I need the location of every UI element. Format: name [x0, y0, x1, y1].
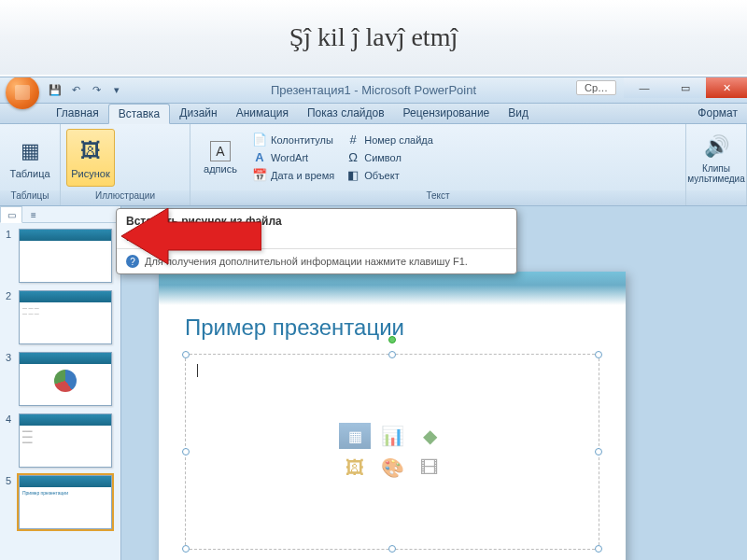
redo-icon[interactable]: ↷: [88, 82, 105, 99]
textbox-button[interactable]: A адпись: [196, 129, 245, 187]
slidenumber-icon: #: [345, 133, 360, 147]
insert-smartart-icon[interactable]: ◆: [414, 423, 445, 449]
thumb-num: 5: [6, 475, 15, 486]
thumb-num: 1: [6, 229, 15, 240]
object-icon: ◧: [345, 168, 360, 183]
placeholder-icons: ▦ 📊 ◆ 🖼 🎨 🎞: [339, 423, 445, 481]
symbol-icon: Ω: [345, 150, 360, 165]
outline-tab-icon[interactable]: ≡: [22, 206, 45, 223]
group-tables: ▦ Таблица Таблицы: [0, 124, 61, 205]
datetime-icon: 📅: [252, 168, 267, 183]
slidenumber-label: Номер слайда: [364, 134, 433, 146]
slidenumber-button[interactable]: #Номер слайда: [342, 132, 437, 148]
maximize-button[interactable]: ▭: [665, 77, 706, 98]
group-tables-label: Таблицы: [0, 190, 60, 205]
ribbon-tabs: Главная Вставка Дизайн Анимация Показ сл…: [0, 104, 747, 124]
media-button[interactable]: 🔊 Клипы мультимедиа: [692, 129, 740, 187]
table-icon: ▦: [15, 136, 45, 166]
tab-animation[interactable]: Анимация: [227, 104, 298, 123]
insert-picture-icon[interactable]: 🖼: [339, 455, 371, 481]
group-media: 🔊 Клипы мультимедиа: [686, 124, 747, 205]
datetime-label: Дата и время: [271, 170, 334, 181]
window-title: Презентация1 - Microsoft PowerPoint: [271, 83, 476, 97]
close-button[interactable]: ✕: [706, 77, 747, 98]
slide-thumb-2[interactable]: — — —— — —: [19, 290, 112, 344]
slide-thumb-3[interactable]: [19, 352, 112, 406]
tab-review[interactable]: Рецензирование: [394, 104, 500, 123]
text-cursor: [197, 364, 198, 377]
group-illustrations-label: Иллюстрации: [61, 190, 190, 205]
office-button[interactable]: [6, 77, 39, 109]
svg-marker-0: [121, 208, 261, 264]
symbol-label: Символ: [364, 152, 402, 163]
resize-handle[interactable]: [182, 351, 190, 358]
tab-insert[interactable]: Вставка: [108, 104, 171, 124]
object-label: Объект: [364, 170, 399, 181]
slides-tab-icon[interactable]: ▭: [0, 206, 22, 223]
picture-button[interactable]: 🖼 Рисунок: [66, 129, 115, 187]
insert-media-icon[interactable]: 🎞: [414, 455, 445, 481]
resize-handle[interactable]: [182, 545, 190, 553]
insert-chart-icon[interactable]: 📊: [376, 423, 408, 449]
thumb-num: 4: [6, 413, 15, 425]
ribbon: ▦ Таблица Таблицы 🖼 Рисунок Иллюстрации …: [0, 124, 747, 206]
slide-thumb-1[interactable]: [19, 229, 112, 283]
tab-format[interactable]: Формат: [688, 104, 747, 123]
slide-thumb-4[interactable]: ═════════: [19, 413, 112, 468]
insert-clipart-icon[interactable]: 🎨: [376, 455, 408, 481]
resize-handle[interactable]: [595, 448, 602, 455]
headerfooter-icon: 📄: [252, 133, 267, 147]
tab-design[interactable]: Дизайн: [170, 104, 226, 123]
resize-handle[interactable]: [595, 545, 602, 553]
tab-slideshow[interactable]: Показ слайдов: [298, 104, 394, 123]
datetime-button[interactable]: 📅Дата и время: [248, 167, 338, 184]
headerfooter-label: Колонтитулы: [271, 134, 333, 146]
resize-handle[interactable]: [388, 351, 396, 358]
thumb-num: 3: [6, 352, 15, 363]
group-illustrations: 🖼 Рисунок Иллюстрации: [61, 124, 190, 205]
undo-icon[interactable]: ↶: [67, 82, 84, 99]
outer-slide-header: Şĵ kil ĵ lavĵ etmĵ: [0, 0, 747, 75]
rotate-handle[interactable]: [388, 336, 396, 343]
tab-view[interactable]: Вид: [499, 104, 538, 123]
tab-home[interactable]: Главная: [47, 104, 108, 123]
picture-icon: 🖼: [76, 136, 106, 166]
slide-canvas[interactable]: Пример презентации ▦ 📊 ◆: [159, 272, 626, 560]
save-icon[interactable]: 💾: [47, 82, 63, 99]
picture-label: Рисунок: [71, 168, 110, 179]
wordart-icon: A: [252, 150, 267, 165]
textbox-label: адпись: [204, 163, 237, 175]
group-text: A адпись 📄Колонтитулы AWordArt 📅Дата и в…: [190, 124, 686, 205]
media-label: Клипы мультимедиа: [687, 163, 744, 184]
slide-thumbnails: 1 2— — —— — — 3 4═════════ 5Пример презе…: [0, 223, 120, 535]
minimize-button[interactable]: —: [624, 77, 665, 98]
table-label: Таблица: [9, 168, 49, 179]
powerpoint-window: 💾 ↶ ↷ ▾ Презентация1 - Microsoft PowerPo…: [0, 77, 747, 560]
textbox-icon: A: [210, 141, 231, 161]
resize-handle[interactable]: [388, 545, 396, 553]
compat-badge: Ср…: [576, 80, 616, 95]
insert-table-icon[interactable]: ▦: [339, 423, 371, 449]
group-text-label: Текст: [190, 190, 685, 205]
table-button[interactable]: ▦ Таблица: [6, 129, 54, 187]
content-placeholder[interactable]: ▦ 📊 ◆ 🖼 🎨 🎞: [185, 354, 599, 550]
qat-dropdown-icon[interactable]: ▾: [108, 82, 125, 99]
slide-panel: ▭ ≡ 1 2— — —— — — 3 4═════════ 5Пример п…: [0, 206, 121, 560]
slide-theme-stripe: [159, 272, 626, 305]
quick-access-toolbar: 💾 ↶ ↷ ▾: [47, 82, 125, 99]
titlebar: 💾 ↶ ↷ ▾ Презентация1 - Microsoft PowerPo…: [0, 77, 747, 104]
outer-title: Şĵ kil ĵ lavĵ etmĵ: [289, 22, 458, 52]
content-area: ▭ ≡ 1 2— — —— — — 3 4═════════ 5Пример п…: [0, 206, 747, 560]
object-button[interactable]: ◧Объект: [342, 167, 437, 184]
annotation-arrow: [121, 208, 261, 264]
wordart-button[interactable]: AWordArt: [248, 149, 338, 166]
headerfooter-button[interactable]: 📄Колонтитулы: [248, 132, 338, 148]
resize-handle[interactable]: [595, 351, 602, 358]
speaker-icon: 🔊: [701, 132, 731, 161]
symbol-button[interactable]: ΩСимвол: [342, 149, 437, 166]
slide-thumb-5[interactable]: Пример презентации: [19, 475, 112, 529]
thumb-num: 2: [6, 290, 15, 301]
resize-handle[interactable]: [182, 448, 190, 455]
wordart-label: WordArt: [271, 152, 308, 163]
